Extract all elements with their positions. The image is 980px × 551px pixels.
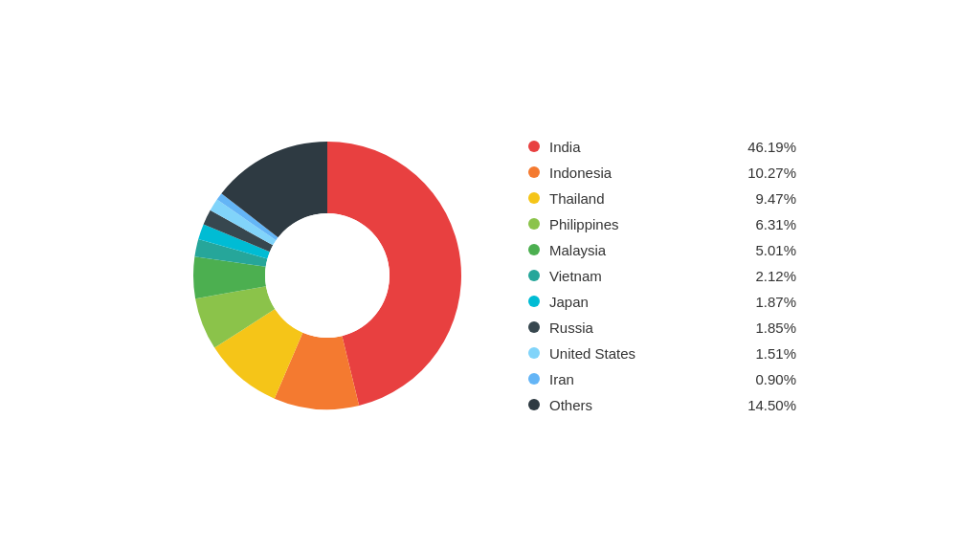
legend-label: Vietnam [549,268,729,284]
legend-item: Russia1.85% [528,320,796,336]
legend-label: Indonesia [549,165,729,181]
legend-dot [528,166,540,178]
legend-value: 9.47% [739,190,796,207]
legend-item: India46.19% [528,139,796,155]
legend-label: Malaysia [549,242,729,258]
legend-item: Thailand9.47% [528,190,796,207]
legend-label: Iran [549,371,729,387]
legend-dot [528,141,540,152]
legend-dot [528,296,540,307]
legend-label: India [549,139,729,155]
legend-dot [528,218,540,230]
legend-value: 1.51% [739,345,796,362]
legend-item: Indonesia10.27% [528,165,796,181]
chart-svg [184,132,471,419]
legend-item: Vietnam2.12% [528,268,796,284]
legend-item: Japan1.87% [528,294,796,310]
legend-item: United States1.51% [528,345,796,362]
legend-label: Philippines [549,216,729,232]
legend-value: 14.50% [739,397,796,413]
legend-value: 2.12% [739,268,796,284]
legend-dot [528,373,540,385]
svg-point-0 [265,213,390,338]
legend-value: 6.31% [739,216,796,232]
legend-dot [528,321,540,333]
legend-value: 1.85% [739,320,796,336]
legend-dot [528,244,540,255]
legend-value: 0.90% [739,371,796,387]
legend-label: Others [549,397,729,413]
legend-dot [528,399,540,410]
legend-label: Thailand [549,190,729,207]
legend-item: Malaysia5.01% [528,242,796,258]
legend: India46.19%Indonesia10.27%Thailand9.47%P… [528,139,796,413]
legend-value: 10.27% [739,165,796,181]
main-container: India46.19%Indonesia10.27%Thailand9.47%P… [165,113,815,438]
legend-item: Philippines6.31% [528,216,796,232]
legend-value: 46.19% [739,139,796,155]
donut-chart [184,132,471,419]
legend-dot [528,347,540,359]
legend-value: 1.87% [739,294,796,310]
legend-label: Russia [549,320,729,336]
legend-item: Iran0.90% [528,371,796,387]
legend-value: 5.01% [739,242,796,258]
legend-label: Japan [549,294,729,310]
legend-dot [528,192,540,204]
legend-item: Others14.50% [528,397,796,413]
legend-label: United States [549,345,729,362]
legend-dot [528,270,540,281]
